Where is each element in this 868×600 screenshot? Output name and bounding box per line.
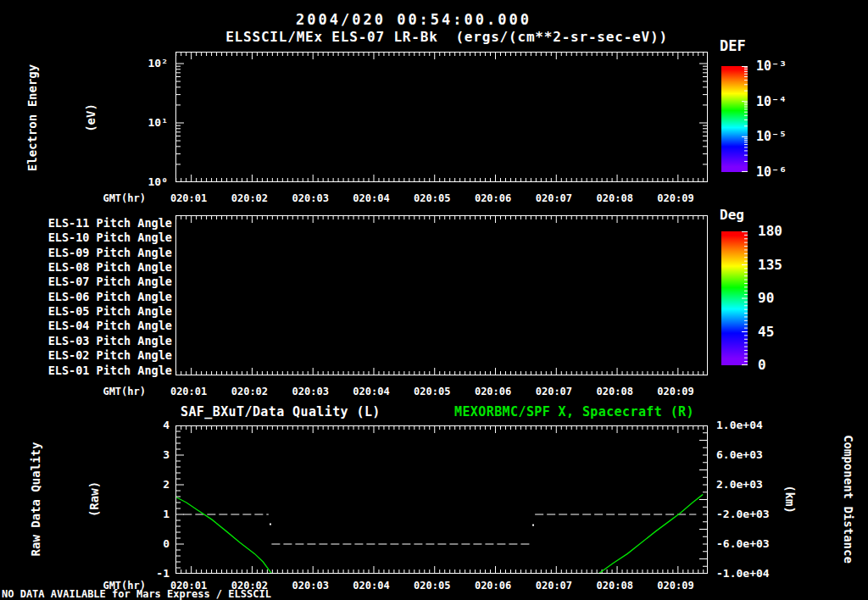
gmt-tick-label: 020:09 (657, 193, 693, 203)
gmt-tick-label: 020:01 (170, 386, 207, 397)
def-colorbar-tick-label: 10⁻⁶ (756, 166, 787, 179)
distance-ytick-label: -2.0e+03 (716, 508, 770, 519)
pitch-row-label: ELS-06 Pitch Angle (48, 292, 172, 303)
page-title: 2004/020 00:54:00.000 (296, 13, 531, 27)
gmt-tick-label: 020:09 (657, 386, 693, 397)
gmt-tick-label: 020:06 (475, 193, 511, 203)
energy-ytick-label: 10¹ (148, 117, 168, 128)
distance-ytick-label: -1.0e+04 (716, 568, 770, 579)
quality-ytick-label: 1 (163, 508, 170, 519)
gmt-tick-label: 020:07 (536, 193, 572, 203)
def-colorbar-tick-label: 10⁻⁴ (756, 96, 787, 108)
gmt-tick-label: 020:07 (536, 386, 572, 397)
deg-colorbar-tick-label: 135 (758, 258, 782, 272)
cbar-deg-ticks (721, 231, 748, 365)
gmt-tick-label: 020:05 (414, 193, 450, 203)
gmt-tick-label: 020:06 (475, 581, 511, 591)
gmt-tick-label: 020:03 (292, 581, 329, 591)
gmt-tick-label: 020:08 (597, 193, 633, 203)
gmt-tick-label: 020:07 (536, 581, 572, 591)
pitch-row-label: ELS-11 Pitch Angle (48, 218, 172, 230)
quality-ytick-label: 3 (163, 449, 170, 460)
gmt-tick-label: 020:04 (353, 193, 389, 203)
gmt-tick-label: 020:01 (170, 193, 207, 203)
raw-quality-axis-title-line1: Raw Data Quality (26, 442, 46, 557)
page-subtitle: ELSSCIL/MEx ELS-07 LR-Bk (ergs/(cm**2-sr… (225, 31, 668, 44)
energy-ytick-label: 10⁰ (148, 176, 168, 187)
energy-axis-title-line2: (eV) (81, 64, 101, 171)
pitch-row-label: ELS-03 Pitch Angle (48, 336, 172, 347)
cbar-def-ticks (721, 66, 748, 172)
energy-spectrogram-panel (175, 52, 708, 182)
plot-canvas: 2004/020 00:54:00.000 ELSSCIL/MEx ELS-07… (0, 0, 868, 600)
gmt-tick-label: 020:04 (353, 386, 389, 397)
gmt-tick-label: 020:03 (292, 193, 329, 203)
distance-ytick-label: 2.0e+03 (716, 479, 763, 490)
pitch-row-label: ELS-08 Pitch Angle (48, 262, 172, 274)
energy-axis-title: Electron Energy (eV) (0, 64, 140, 171)
pitch-row-label: ELS-10 Pitch Angle (48, 232, 172, 244)
quality-panel-title-right: MEXORBMC/SPF X, Spacecraft (R) (454, 406, 694, 419)
pitch-row-label: ELS-09 Pitch Angle (48, 247, 172, 259)
gmt-tick-label: 020:05 (414, 581, 450, 591)
gmt-axis-label-row2: GMT(hr) (103, 386, 146, 397)
def-colorbar (721, 66, 748, 172)
gmt-tick-label: 020:04 (353, 581, 389, 591)
distance-ytick-label: 6.0e+03 (716, 449, 763, 460)
quality-ytick-label: -1 (156, 568, 170, 579)
def-colorbar-title: DEF (720, 39, 746, 53)
raw-quality-axis-title-line2: (Raw) (85, 442, 104, 557)
gmt-tick-label: 020:08 (597, 386, 633, 397)
gmt-tick-label: 020:01 (170, 581, 207, 591)
deg-colorbar-tick-label: 0 (758, 358, 766, 372)
gmt-tick-label: 020:02 (231, 193, 268, 203)
distance-ytick-label: -6.0e+03 (716, 538, 770, 549)
deg-colorbar-tick-label: 45 (758, 325, 774, 339)
def-colorbar-tick-label: 10⁻⁵ (756, 131, 787, 143)
quality-distance-panel (175, 425, 708, 574)
energy-ytick-label: 10² (148, 58, 168, 69)
quality-ytick-label: 2 (163, 479, 170, 490)
distance-ytick-label: 1.0e+04 (716, 419, 763, 431)
gmt-tick-label: 020:03 (292, 386, 329, 397)
gmt-tick-label: 020:05 (414, 386, 450, 397)
gmt-axis-label-row1: GMT(hr) (103, 193, 146, 203)
deg-colorbar-tick-label: 90 (758, 292, 774, 305)
deg-colorbar-title: Deg (720, 208, 744, 222)
component-distance-axis-title-line2: (km) (780, 435, 799, 564)
pitch-row-label: ELS-02 Pitch Angle (48, 350, 172, 362)
pitch-row-label: ELS-07 Pitch Angle (48, 276, 172, 288)
gmt-tick-label: 020:09 (657, 581, 693, 591)
quality-ytick-label: 4 (163, 419, 170, 431)
gmt-tick-label: 020:02 (231, 386, 268, 397)
deg-colorbar (721, 231, 748, 365)
gmt-tick-label: 020:06 (475, 386, 511, 397)
pitch-angle-panel (175, 215, 708, 375)
def-colorbar-tick-label: 10⁻³ (756, 60, 787, 73)
energy-axis-title-line1: Electron Energy (23, 64, 42, 171)
component-distance-axis-title-line1: Component Distance (838, 435, 858, 564)
gmt-tick-label: 020:08 (597, 581, 633, 591)
quality-panel-title-left: SAF_BXuT/Data Quality (L) (181, 406, 381, 419)
deg-colorbar-tick-label: 180 (758, 225, 782, 238)
pitch-row-label: ELS-05 Pitch Angle (48, 306, 172, 318)
gmt-tick-label: 020:02 (231, 581, 268, 591)
pitch-row-label: ELS-04 Pitch Angle (48, 320, 172, 332)
raw-quality-axis-title: Raw Data Quality (Raw) (0, 442, 143, 557)
pitch-row-label: ELS-01 Pitch Angle (48, 365, 172, 377)
quality-ytick-label: 0 (163, 538, 170, 549)
